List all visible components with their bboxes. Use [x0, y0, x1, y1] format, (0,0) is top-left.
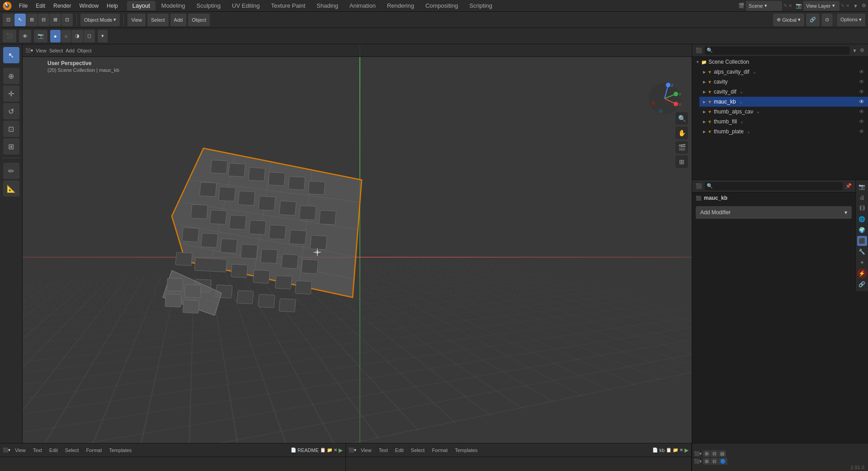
viewport[interactable]: Z Y X 🔍 ✋ 🎬 ⊞ User Pers — [23, 44, 692, 443]
mode-icon-5[interactable]: ⊠ — [50, 14, 61, 26]
visibility-icon-2[interactable]: 👁 — [859, 89, 864, 95]
close-icon-1[interactable]: ✕ — [334, 447, 337, 452]
outliner-item-thumb-alps-cav[interactable]: ▶ ▼ thumb_alps_cav ⬦ 👁 — [699, 107, 868, 117]
object-viewport-btn[interactable]: Object — [77, 48, 92, 53]
shading-solid[interactable]: ● — [50, 30, 61, 42]
bottom-templates-2[interactable]: Templates — [452, 447, 480, 454]
object-mode-dropdown[interactable]: Object Mode ▾ — [80, 14, 120, 26]
viewlayer-dropdown[interactable]: View Layer ▾ — [803, 1, 840, 11]
prop-icon-world[interactable]: 🌍 — [857, 225, 867, 235]
viewport-type-btn[interactable]: ⬛▾ — [25, 48, 33, 53]
visibility-icon-3[interactable]: 👁 — [859, 99, 864, 105]
bottom-view-1[interactable]: View — [12, 447, 28, 454]
mode-icon-6[interactable]: ⊡ — [61, 14, 73, 26]
bottom-right-icon-3[interactable]: ▤ — [718, 450, 726, 457]
outliner-item-alps-cavity-dif[interactable]: ▶ ▼ alps_cavity_dif ⬦ 👁 — [699, 67, 868, 77]
tool-scale[interactable]: ⊡ — [3, 121, 19, 137]
prop-icon-viewlayer[interactable]: 🎞 — [857, 203, 867, 213]
outliner-item-cavity[interactable]: ▶ ▼ cavity 👁 — [699, 77, 868, 87]
view-btn[interactable]: View — [36, 48, 47, 53]
tool-cursor[interactable]: ⊕ — [3, 68, 19, 84]
menu-window[interactable]: Window — [75, 2, 102, 10]
tool-transform[interactable]: ⊞ — [3, 138, 19, 155]
navigation-gizmo[interactable]: Z Y X — [646, 80, 683, 117]
tab-scripting[interactable]: Scripting — [464, 1, 498, 10]
zoom-in-btn[interactable]: 🔍 — [675, 112, 688, 125]
tab-modeling[interactable]: Modeling — [156, 1, 191, 10]
transform-orientation[interactable]: ⊕ Global ▾ — [773, 14, 804, 26]
bottom-view-2[interactable]: View — [358, 447, 374, 454]
add-modifier-btn[interactable]: Add Modifier ▾ — [696, 206, 852, 219]
tool-annotate[interactable]: ✏ — [3, 163, 19, 179]
prop-icon-modifiers[interactable]: 🔧 — [857, 247, 867, 257]
play-icon-1[interactable]: ▶ — [339, 447, 343, 453]
viewport-gizmos[interactable]: 📷 — [34, 30, 47, 42]
prop-icon-object[interactable]: ⬛ — [857, 236, 867, 246]
outliner-item-mauc-kb[interactable]: ▶ ▼ mauc_kb ⬦ 👁 — [699, 97, 868, 107]
visibility-icon-0[interactable]: 👁 — [859, 69, 864, 75]
viewport-type-icon[interactable]: ⬛ — [3, 30, 16, 42]
play-icon-2[interactable]: ▶ — [684, 447, 689, 453]
view-menu[interactable]: View — [127, 14, 146, 26]
camera-btn[interactable]: 🎬 — [675, 141, 688, 154]
folder-icon-1[interactable]: 📁 — [327, 447, 332, 452]
copy-icon-2[interactable]: 📋 — [666, 447, 671, 452]
visibility-icon-5[interactable]: 👁 — [859, 118, 864, 125]
prop-icon-physics[interactable]: ⚡ — [857, 268, 867, 278]
add-viewport-btn[interactable]: Add — [66, 48, 75, 53]
object-menu[interactable]: Object — [188, 14, 210, 26]
shading-wireframe[interactable]: ◻ — [84, 30, 95, 42]
properties-search[interactable]: 🔍 — [705, 182, 843, 190]
tool-select[interactable]: ↖ — [3, 47, 19, 63]
bottom-right-icon-1[interactable]: ⊞ — [703, 450, 710, 457]
bottom-edit-2[interactable]: Edit — [392, 447, 406, 454]
bottom-select-1[interactable]: Select — [62, 447, 82, 454]
mode-icon-4[interactable]: ⊟ — [38, 14, 49, 26]
outliner-filter-icon[interactable]: ▼ — [852, 48, 857, 53]
tool-measure[interactable]: 📐 — [3, 180, 19, 197]
panel-type-icon-2[interactable]: ⬛▾ — [349, 447, 356, 452]
outliner-item-thumb-fill[interactable]: ▶ ▼ thumb_fill ⬦ 👁 — [699, 117, 868, 127]
bottom-text-2[interactable]: Text — [376, 447, 391, 454]
copy-icon-1[interactable]: 📋 — [320, 447, 326, 452]
blender-logo[interactable] — [2, 0, 13, 11]
tool-rotate[interactable]: ↺ — [3, 103, 19, 119]
bottom-right-icon-6[interactable]: 🔵 — [718, 458, 727, 465]
panel-type-icon-1[interactable]: ⬛▾ — [3, 447, 10, 452]
scene-dropdown[interactable]: Scene ▾ — [746, 1, 782, 11]
outliner-search[interactable]: 🔍 — [705, 47, 849, 55]
prop-icon-scene[interactable]: 🌐 — [857, 214, 867, 224]
menu-render[interactable]: Render — [50, 2, 75, 10]
bottom-format-2[interactable]: Format — [429, 447, 450, 454]
snap-btn[interactable]: 🔗 — [806, 14, 820, 26]
close-icon-2[interactable]: ✕ — [679, 447, 683, 452]
tool-move[interactable]: ✛ — [3, 85, 19, 102]
bottom-select-2[interactable]: Select — [408, 447, 428, 454]
shading-overlay[interactable]: 👁 — [19, 30, 31, 42]
menu-edit[interactable]: Edit — [32, 2, 49, 10]
bottom-right-icon-2[interactable]: ⊟ — [711, 450, 718, 457]
bottom-format-1[interactable]: Format — [83, 447, 104, 454]
bottom-edit-1[interactable]: Edit — [47, 447, 61, 454]
ortho-btn[interactable]: ⊞ — [675, 155, 688, 168]
outliner-item-cavity-dif[interactable]: ▶ ▼ cavity_dif ⬦ 👁 — [699, 87, 868, 97]
add-menu[interactable]: Add — [170, 14, 187, 26]
mode-icon-3[interactable]: ⊞ — [26, 14, 38, 26]
outliner-item-thumb-plate[interactable]: ▶ ▼ thumb_plate ⬦ 👁 — [699, 127, 868, 137]
bottom-text-1[interactable]: Text — [30, 447, 45, 454]
outliner-options-icon[interactable]: ⚙ — [860, 47, 864, 53]
shading-material[interactable]: ○ — [61, 30, 71, 42]
outliner-scene-collection[interactable]: ▼ 📁 Scene Collection — [692, 57, 868, 67]
mode-icon-2[interactable]: ↖ — [14, 14, 26, 26]
tab-layout[interactable]: Layout — [127, 1, 156, 10]
mode-icon-1[interactable]: ⊡ — [3, 14, 14, 26]
tab-uv-editing[interactable]: UV Editing — [226, 1, 265, 10]
select-menu[interactable]: Select — [147, 14, 169, 26]
pan-btn[interactable]: ✋ — [675, 127, 688, 139]
tab-sculpting[interactable]: Sculpting — [191, 1, 226, 10]
visibility-icon-4[interactable]: 👁 — [859, 108, 864, 115]
tab-shading[interactable]: Shading — [311, 1, 344, 10]
tab-animation[interactable]: Animation — [344, 1, 381, 10]
visibility-icon-6[interactable]: 👁 — [859, 128, 864, 135]
menu-file[interactable]: File — [15, 2, 31, 10]
